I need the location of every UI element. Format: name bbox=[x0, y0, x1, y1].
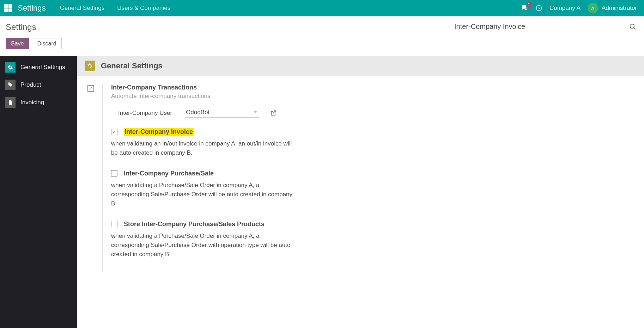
messages-icon[interactable]: 1 bbox=[521, 4, 528, 13]
intercompany-user-row: Inter-Company User OdooBot bbox=[111, 108, 316, 118]
intercompany-user-select[interactable]: OdooBot bbox=[185, 108, 259, 118]
gear-icon bbox=[85, 61, 95, 71]
option-store-intercompany-products: Store Inter-Company Purchase/Sales Produ… bbox=[111, 221, 316, 259]
option-title: Store Inter-Company Purchase/Sales Produ… bbox=[124, 221, 265, 228]
settings-content: General Settings Inter-Company Transacti… bbox=[77, 56, 644, 328]
option-description: when validating an in/out invoice in com… bbox=[111, 139, 294, 158]
option-title: Inter-Company Purchase/Sale bbox=[124, 170, 214, 177]
sidebar-item-product[interactable]: Product bbox=[0, 76, 77, 94]
module-enable-checkbox[interactable] bbox=[87, 85, 94, 92]
sidebar-item-label: Product bbox=[20, 81, 41, 88]
sidebar-item-invoicing[interactable]: Invoicing bbox=[0, 94, 77, 111]
sidebar-item-label: Invoicing bbox=[20, 99, 44, 106]
nav-general-settings[interactable]: General Settings bbox=[60, 5, 105, 12]
chevron-down-icon bbox=[254, 111, 257, 113]
company-switcher[interactable]: Company A bbox=[549, 5, 581, 12]
option-title: Inter-Company Invoice bbox=[124, 128, 194, 136]
search-wrap bbox=[454, 21, 637, 33]
page-title: Settings bbox=[6, 22, 36, 32]
option-checkbox[interactable] bbox=[111, 170, 117, 177]
option-description: when validating a Purchase/Sale Order in… bbox=[111, 181, 294, 209]
search-input[interactable] bbox=[454, 21, 637, 33]
select-value: OdooBot bbox=[186, 109, 209, 116]
option-checkbox[interactable] bbox=[111, 221, 117, 227]
tag-icon bbox=[5, 80, 16, 90]
module-subtitle: Automate inter-company transactions bbox=[111, 93, 316, 100]
invoice-icon bbox=[5, 97, 16, 108]
messages-badge: 1 bbox=[526, 2, 532, 7]
top-navbar: Settings General Settings Users & Compan… bbox=[0, 0, 644, 16]
activity-icon[interactable] bbox=[535, 5, 542, 12]
discard-button[interactable]: Discard bbox=[32, 38, 61, 49]
subheader: Settings bbox=[0, 16, 644, 35]
external-link-icon[interactable] bbox=[270, 110, 277, 117]
settings-sidebar: General Settings Product Invoicing bbox=[0, 56, 77, 328]
user-menu[interactable]: A Administrator bbox=[588, 3, 637, 13]
nav-users-companies[interactable]: Users & Companies bbox=[117, 5, 170, 12]
option-checkbox[interactable] bbox=[111, 129, 117, 135]
app-brand[interactable]: Settings bbox=[18, 4, 46, 13]
option-description: when validating a Purchase/Sale Order in… bbox=[111, 231, 294, 259]
module-title: Inter-Company Transactions bbox=[111, 84, 316, 91]
sidebar-item-general-settings[interactable]: General Settings bbox=[0, 58, 77, 76]
field-label: Inter-Company User bbox=[118, 110, 175, 117]
option-intercompany-purchase-sale: Inter-Company Purchase/Sale when validat… bbox=[111, 170, 316, 209]
section-header: General Settings bbox=[77, 56, 644, 76]
section-title: General Settings bbox=[101, 61, 163, 70]
save-button[interactable]: Save bbox=[6, 38, 29, 49]
apps-icon[interactable] bbox=[4, 4, 13, 13]
search-icon[interactable] bbox=[629, 23, 636, 30]
option-intercompany-invoice: Inter-Company Invoice when validating an… bbox=[111, 128, 316, 158]
action-bar: Save Discard bbox=[0, 35, 644, 56]
svg-point-1 bbox=[630, 24, 634, 29]
sidebar-item-label: General Settings bbox=[20, 64, 65, 71]
gear-icon bbox=[5, 62, 16, 73]
user-name: Administrator bbox=[602, 5, 637, 12]
avatar: A bbox=[588, 3, 598, 13]
